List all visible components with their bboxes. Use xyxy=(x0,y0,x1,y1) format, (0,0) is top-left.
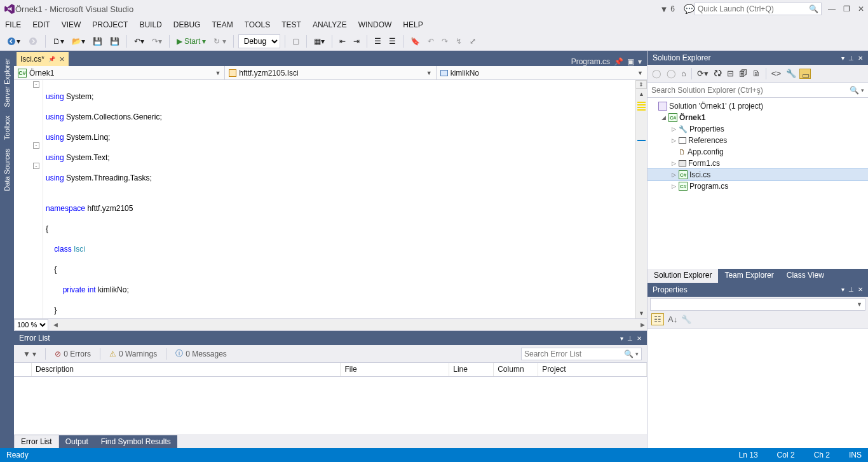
zoom-select[interactable]: 100 % xyxy=(14,319,48,330)
scope-icon[interactable]: ⟳▾ xyxy=(695,67,710,79)
start-button[interactable]: ▶Start ▾ xyxy=(174,36,208,47)
menu-view[interactable]: VIEW xyxy=(62,20,81,29)
notifications[interactable]: ▼ 6 xyxy=(660,4,675,14)
solution-tree[interactable]: Solution 'Örnek1' (1 project) ◢C#Örnek1 … xyxy=(648,98,868,269)
error-list-header[interactable]: Error List ▾ ⊥ ✕ xyxy=(14,331,647,345)
redo-button[interactable]: ↷▾ xyxy=(149,36,165,47)
filter-dropdown[interactable]: ▼ ▾ xyxy=(19,348,40,360)
member-selector[interactable]: kimlikNo ▼ xyxy=(437,66,647,79)
fold-toggle[interactable]: - xyxy=(33,142,39,149)
properties-object-select[interactable]: ▼ xyxy=(650,298,865,311)
properties-grid[interactable] xyxy=(648,329,868,448)
fold-toggle[interactable]: - xyxy=(33,163,39,169)
col-project[interactable]: Project xyxy=(538,363,647,376)
preview-icon[interactable]: 🗎 xyxy=(750,67,763,79)
undo-button[interactable]: ↶▾ xyxy=(132,36,147,47)
col-description[interactable]: Description xyxy=(32,363,341,376)
close-icon[interactable]: ✕ xyxy=(858,286,863,293)
refresh-icon[interactable]: 🗘 xyxy=(712,67,724,79)
solution-search[interactable]: 🔍▾ xyxy=(648,83,868,98)
warnings-filter[interactable]: ⚠0 Warnings xyxy=(105,348,161,360)
code-view-icon[interactable]: <> xyxy=(770,67,783,79)
solution-node[interactable]: Solution 'Örnek1' (1 project) xyxy=(648,100,868,112)
indent-button[interactable]: ☰ xyxy=(386,36,398,47)
tab-error-list[interactable]: Error List xyxy=(14,435,59,448)
comment-button[interactable]: ⇤ xyxy=(337,36,348,47)
nav-fwd-button[interactable] xyxy=(25,35,41,48)
tab-output[interactable]: Output xyxy=(59,435,95,448)
chevron-down-icon[interactable]: ▾ xyxy=(635,351,639,357)
menu-team[interactable]: TEAM xyxy=(212,20,233,29)
menu-test[interactable]: TEST xyxy=(281,20,301,29)
save-button[interactable]: 💾 xyxy=(90,36,105,47)
scroll-down-icon[interactable]: ▼ xyxy=(636,308,647,318)
categorized-icon[interactable]: ☷ xyxy=(651,313,664,325)
menu-help[interactable]: HELP xyxy=(403,20,423,29)
properties-icon[interactable]: 🔧 xyxy=(784,67,798,79)
save-all-button[interactable]: 💾 xyxy=(107,36,122,47)
server-explorer-tab[interactable]: Server Explorer xyxy=(2,55,12,111)
clear-bookmark-button[interactable]: ↯ xyxy=(453,36,465,47)
isci-node[interactable]: ▷C#Isci.cs xyxy=(648,169,868,180)
pin-icon[interactable]: ⊥ xyxy=(848,286,854,293)
close-icon[interactable]: ✕ xyxy=(637,335,642,342)
layout-button[interactable]: ▦▾ xyxy=(311,36,327,47)
error-search[interactable]: 🔍▾ xyxy=(521,348,642,360)
config-select[interactable]: Debug xyxy=(238,34,280,48)
menu-build[interactable]: BUILD xyxy=(139,20,161,29)
appconfig-node[interactable]: 🗋App.config xyxy=(648,146,868,158)
home-icon[interactable]: ⌂ xyxy=(679,67,688,79)
promote-tab-icon[interactable]: ▣ xyxy=(627,57,634,66)
toolbox-tab[interactable]: Toolbox xyxy=(2,112,12,144)
code-area[interactable]: using System; using System.Collections.G… xyxy=(43,80,635,318)
next-bookmark-button[interactable]: ↷ xyxy=(439,36,451,47)
close-button[interactable]: ✕ xyxy=(858,4,864,13)
tab-overflow-icon[interactable]: ▾ xyxy=(638,57,642,66)
fold-toggle[interactable]: - xyxy=(33,81,39,88)
menu-tools[interactable]: TOOLS xyxy=(245,20,270,29)
pin-icon[interactable]: 📌 xyxy=(48,56,55,62)
preview-pin-icon[interactable]: 📌 xyxy=(614,57,623,66)
panel-menu-icon[interactable]: ▾ xyxy=(841,286,844,293)
panel-menu-icon[interactable]: ▾ xyxy=(620,335,623,342)
minimize-button[interactable]: — xyxy=(828,4,836,13)
type-selector[interactable]: hfttf.yzm2105.Isci ▼ xyxy=(225,66,436,79)
solution-explorer-header[interactable]: Solution Explorer ▾ ⊥ ✕ xyxy=(648,51,868,65)
panel-menu-icon[interactable]: ▾ xyxy=(841,55,844,62)
messages-filter[interactable]: ⓘ0 Messages xyxy=(172,347,231,360)
menu-analyze[interactable]: ANALYZE xyxy=(313,20,347,29)
pin-icon[interactable]: ⊥ xyxy=(848,55,854,62)
refresh-button[interactable]: ↻ ▾ xyxy=(211,36,228,47)
chevron-down-icon[interactable]: ▾ xyxy=(861,87,864,93)
col-line[interactable]: Line xyxy=(449,363,494,376)
project-node[interactable]: ◢C#Örnek1 xyxy=(648,112,868,123)
file-tab-program[interactable]: Program.cs xyxy=(571,57,610,66)
quick-launch[interactable]: 🔍 xyxy=(695,3,822,15)
uncomment-button[interactable]: ⇥ xyxy=(351,36,362,47)
view-icon[interactable]: ▭ xyxy=(799,69,811,79)
horizontal-scrollbar[interactable]: ◀▶ xyxy=(51,320,647,330)
outdent-button[interactable]: ☰ xyxy=(372,36,384,47)
form1-node[interactable]: ▷Form1.cs xyxy=(648,158,868,169)
errors-filter[interactable]: ⊘0 Errors xyxy=(51,348,95,360)
program-node[interactable]: ▷C#Program.cs xyxy=(648,180,868,192)
nav-back-button[interactable]: ▾ xyxy=(4,35,23,48)
new-project-button[interactable]: 🗋▾ xyxy=(50,36,67,47)
bookmark-button[interactable]: 🔖 xyxy=(408,36,423,47)
menu-edit[interactable]: EDIT xyxy=(32,20,50,29)
overflow-button[interactable]: ⤢ xyxy=(467,36,478,47)
menu-window[interactable]: WINDOW xyxy=(358,20,392,29)
tab-team-explorer[interactable]: Team Explorer xyxy=(718,269,780,283)
tab-solution-explorer[interactable]: Solution Explorer xyxy=(648,269,718,283)
close-tab-icon[interactable]: ✕ xyxy=(59,55,65,64)
vertical-scrollbar[interactable]: ▲ ▼ xyxy=(635,89,647,318)
split-editor-icon[interactable]: ⇕ xyxy=(635,80,647,89)
close-icon[interactable]: ✕ xyxy=(858,55,863,62)
open-file-button[interactable]: 📂▾ xyxy=(69,36,88,47)
scope-selector[interactable]: C# Örnek1 ▼ xyxy=(14,66,225,79)
scroll-up-icon[interactable]: ▲ xyxy=(636,89,647,99)
alphabetical-icon[interactable]: A↓ xyxy=(668,315,677,324)
restore-button[interactable]: ❐ xyxy=(843,4,850,13)
new-item-button[interactable]: ▢ xyxy=(290,36,302,47)
feedback-icon[interactable]: 💬 xyxy=(684,4,695,14)
